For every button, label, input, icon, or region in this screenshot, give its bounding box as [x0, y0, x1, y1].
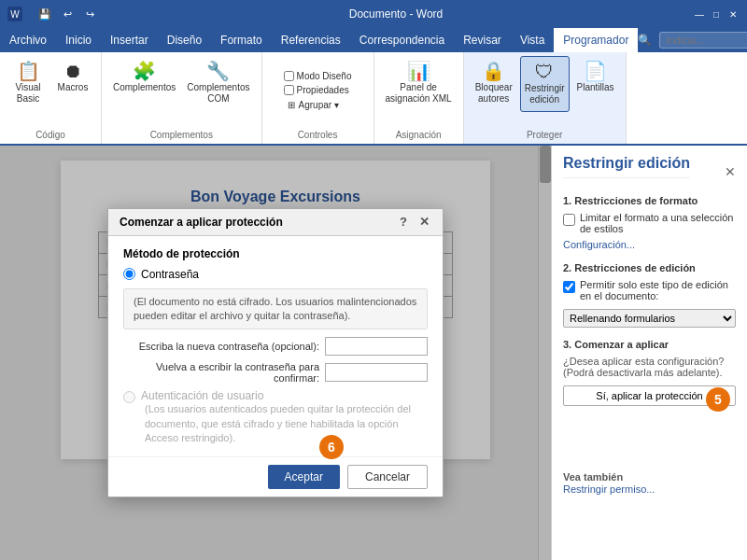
- close-btn[interactable]: ✕: [726, 7, 740, 21]
- plantillas-icon: 📄: [584, 62, 607, 80]
- dialog-titlebar-right: ? ✕: [396, 215, 431, 230]
- menu-insertar[interactable]: Insertar: [101, 28, 158, 52]
- visual-basic-btn[interactable]: 📋 VisualBasic: [7, 56, 49, 110]
- menu-correspondencia[interactable]: Correspondencia: [350, 28, 454, 52]
- agrupar-btn[interactable]: ⊞ Agrupar ▾: [284, 98, 343, 112]
- see-also-title: Vea también: [563, 471, 736, 483]
- dialog-overlay: Comenzar a aplicar protección ? ✕ Método…: [0, 146, 551, 560]
- new-password-label: Escriba la nueva contraseña (opcional):: [123, 341, 319, 352]
- redo-quick-btn[interactable]: ↪: [80, 5, 99, 23]
- dialog-help-btn[interactable]: ?: [396, 215, 411, 230]
- complementos-com-btn[interactable]: 🔧 ComplementosCOM: [183, 56, 253, 110]
- confirm-password-row: Vuelva a escribir la contraseña para con…: [123, 361, 428, 384]
- section1-checkbox-label: Limitar el formato a una selección de es…: [580, 212, 736, 234]
- agrupar-icon: ⊞: [288, 100, 295, 110]
- bloquear-autores-btn[interactable]: 🔒 Bloquearautores: [472, 56, 516, 110]
- window-controls: — □ ✕: [693, 7, 740, 21]
- complementos-com-icon: 🔧: [206, 62, 230, 80]
- menu-revisar[interactable]: Revisar: [454, 28, 511, 52]
- macros-btn[interactable]: ⏺ Macros: [52, 56, 93, 99]
- radio-user[interactable]: [123, 391, 135, 403]
- sidebar-section-1: 1. Restricciones de formato Limitar el f…: [563, 195, 736, 251]
- window-title: Documento - Word: [349, 7, 443, 21]
- visual-basic-icon: 📋: [17, 62, 40, 80]
- panel-asignacion-btn[interactable]: 📊 Panel deasignación XML: [382, 56, 456, 110]
- protection-dialog: Comenzar a aplicar protección ? ✕ Método…: [107, 208, 444, 498]
- dialog-body: Método de protección Contraseña (El docu…: [108, 236, 443, 457]
- maximize-btn[interactable]: □: [710, 7, 723, 21]
- asignacion-content: 📊 Panel deasignación XML: [382, 56, 456, 126]
- confirm-password-input[interactable]: [325, 363, 428, 382]
- section2-title: 2. Restricciones de edición: [563, 262, 736, 273]
- sidebar-close-btn[interactable]: ✕: [725, 164, 736, 179]
- undo-quick-btn[interactable]: ↩: [58, 5, 77, 23]
- search-input[interactable]: [659, 32, 747, 49]
- menu-formato[interactable]: Formato: [211, 28, 272, 52]
- modo-diseno-label: Modo Diseño: [297, 71, 352, 81]
- radio-user-label: Autenticación de usuario: [141, 389, 263, 402]
- section2-checkbox[interactable]: [563, 281, 575, 293]
- radio-password[interactable]: [123, 268, 135, 280]
- cancel-button[interactable]: Cancelar: [347, 465, 428, 489]
- sidebar-title: Restringir edición: [563, 155, 690, 178]
- radio-user-row: Autenticación de usuario (Los usuarios a…: [123, 389, 428, 445]
- menu-right-area: 🔍 Kayl... Compartir: [638, 28, 747, 52]
- ribbon-group-asignacion: 📊 Panel deasignación XML Asignación: [374, 52, 464, 144]
- menu-archivo[interactable]: Archivo: [0, 28, 56, 52]
- agrupar-label: Agrupar ▾: [299, 100, 339, 110]
- password-info-box: (El documento no está cifrado. Los usuar…: [123, 288, 428, 330]
- ribbon-group-controles: Modo Diseño Propiedades ⊞ Agrupar ▾ Cont…: [262, 52, 374, 144]
- section2-checkbox-row: Permitir solo este tipo de edición en el…: [563, 279, 736, 301]
- section2-select[interactable]: Sin cambios (Solo lectura) Revisiones Co…: [563, 309, 736, 328]
- menu-referencias[interactable]: Referencias: [272, 28, 350, 52]
- section1-checkbox-row: Limitar el formato a una selección de es…: [563, 212, 736, 234]
- propiedades-checkbox[interactable]: [284, 85, 294, 95]
- menu-vista[interactable]: Vista: [511, 28, 554, 52]
- codigo-label: Código: [35, 130, 65, 140]
- save-quick-btn[interactable]: 💾: [35, 5, 54, 23]
- user-info-text: (Los usuarios autenticados pueden quitar…: [145, 402, 428, 445]
- document-area: Bon Voyage Excursions Cuestionario De Sa…: [0, 146, 551, 560]
- menu-bar: Archivo Inicio Insertar Diseño Formato R…: [0, 28, 747, 52]
- complementos-icon: 🧩: [133, 62, 156, 80]
- sidebar-see-also: Vea también Restringir permiso...: [563, 464, 736, 496]
- ok-button[interactable]: Aceptar: [268, 465, 340, 489]
- complementos-btn[interactable]: 🧩 Complementos: [109, 56, 179, 99]
- minimize-btn[interactable]: —: [693, 7, 706, 21]
- section3-title: 3. Comenzar a aplicar: [563, 339, 736, 350]
- section1-checkbox[interactable]: [563, 214, 575, 226]
- dialog-close-btn[interactable]: ✕: [416, 215, 431, 230]
- dialog-titlebar: Comenzar a aplicar protección ? ✕: [108, 209, 443, 236]
- proteger-label: Proteger: [527, 130, 562, 140]
- ribbon-group-codigo: 📋 VisualBasic ⏺ Macros Código: [0, 52, 102, 144]
- dialog-footer: Aceptar Cancelar: [108, 456, 443, 497]
- panel-asignacion-icon: 📊: [407, 62, 430, 80]
- modo-diseno-row: Modo Diseño: [284, 70, 352, 82]
- ribbon-group-proteger: 🔒 Bloquearautores 🛡 Restringiredición 📄 …: [464, 52, 627, 144]
- section3-question: ¿Desea aplicar esta configuración? (Podr…: [563, 356, 736, 378]
- sidebar-panel: Restringir edición ✕ 1. Restricciones de…: [551, 146, 747, 560]
- title-bar-left: W 💾 ↩ ↪: [7, 5, 99, 23]
- complementos-label: Complementos: [150, 130, 213, 140]
- sidebar-section-3: 3. Comenzar a aplicar ¿Desea aplicar est…: [563, 339, 736, 406]
- menu-inicio[interactable]: Inicio: [56, 28, 101, 52]
- dialog-title: Comenzar a aplicar protección: [120, 216, 283, 229]
- macros-icon: ⏺: [63, 62, 82, 80]
- new-password-input[interactable]: [325, 337, 428, 356]
- menu-diseno[interactable]: Diseño: [158, 28, 211, 52]
- plantillas-btn[interactable]: 📄 Plantillas: [573, 56, 618, 99]
- propiedades-row: Propiedades: [284, 84, 349, 96]
- ribbon: 📋 VisualBasic ⏺ Macros Código 🧩 Compleme…: [0, 52, 747, 146]
- menu-programador[interactable]: Programador: [554, 28, 638, 52]
- word-icon: W: [7, 7, 22, 21]
- radio-password-row: Contraseña: [123, 268, 428, 281]
- title-bar: W 💾 ↩ ↪ Documento - Word — □ ✕: [0, 0, 747, 28]
- restringir-edicion-btn[interactable]: 🛡 Restringiredición: [520, 56, 570, 112]
- restringir-permiso-link[interactable]: Restringir permiso...: [563, 483, 655, 495]
- complementos-buttons: 🧩 Complementos 🔧 ComplementosCOM: [109, 56, 254, 126]
- radio-password-label: Contraseña: [141, 268, 199, 281]
- controles-content: Modo Diseño Propiedades ⊞ Agrupar ▾: [284, 56, 352, 126]
- controles-stack: Modo Diseño Propiedades ⊞ Agrupar ▾: [284, 70, 352, 112]
- section1-config-link[interactable]: Configuración...: [563, 239, 635, 250]
- modo-diseno-checkbox[interactable]: [284, 71, 294, 81]
